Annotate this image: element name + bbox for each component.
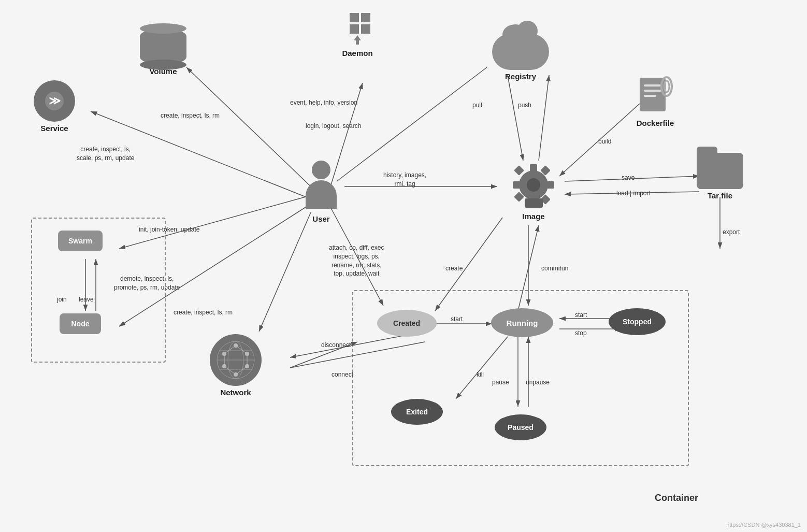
- build-label: build: [598, 137, 611, 146]
- user-node: User: [295, 161, 347, 223]
- create-label: create: [445, 264, 463, 273]
- svg-rect-34: [361, 24, 370, 34]
- svg-rect-31: [350, 13, 359, 22]
- volume-shape: [140, 28, 186, 65]
- running-node: Running: [491, 308, 553, 337]
- node-shape: Node: [60, 313, 101, 334]
- swarm-node: Swarm: [54, 231, 106, 251]
- svg-rect-50: [513, 181, 520, 189]
- exited-inner: Exited: [406, 408, 428, 416]
- svg-rect-49: [547, 181, 554, 189]
- svg-line-23: [290, 342, 357, 368]
- push-label: push: [518, 101, 531, 110]
- stopped-node: Stopped: [609, 308, 666, 335]
- commit-label: commit: [541, 264, 561, 273]
- service-commands-label: create, inspect, ls, scale, ps, rm, upda…: [77, 145, 134, 163]
- pull-label: pull: [472, 101, 482, 110]
- volume-commands-label: create, inspect, ls, rm: [161, 111, 220, 120]
- save-label: save: [622, 174, 635, 182]
- svg-rect-32: [361, 13, 370, 22]
- svg-line-4: [91, 111, 306, 197]
- running-shape: Running: [491, 308, 553, 337]
- paused-node: Paused: [495, 414, 546, 440]
- login-commands-label: login, logout, search: [306, 122, 361, 131]
- svg-line-10: [259, 212, 311, 332]
- svg-rect-42: [644, 95, 656, 97]
- svg-rect-40: [644, 84, 661, 87]
- stopped-shape: Stopped: [609, 308, 666, 335]
- running-inner: Running: [507, 319, 538, 327]
- exited-shape: Exited: [391, 399, 443, 425]
- svg-rect-41: [644, 90, 661, 92]
- svg-line-12: [539, 75, 549, 161]
- container-commands-label: attach, cp, diff, exec inspect, logs, ps…: [329, 243, 384, 278]
- disconnect-label: disconnect: [321, 341, 351, 350]
- created-node: Created: [376, 310, 438, 337]
- registry-shape: [492, 34, 549, 70]
- watermark: https://CSDN @xys430381_1: [726, 522, 801, 528]
- user-label: User: [312, 214, 329, 223]
- svg-rect-36: [356, 39, 359, 45]
- svg-line-14: [565, 176, 699, 181]
- network-node: Network: [205, 334, 267, 397]
- service-node: ≫ Service: [31, 80, 78, 133]
- image-node: Image: [505, 161, 562, 221]
- tarfile-shape: [697, 153, 743, 189]
- created-inner: Created: [393, 319, 420, 327]
- stopped-inner: Stopped: [623, 318, 652, 326]
- registry-node: Registry: [487, 34, 554, 81]
- network-label: Network: [220, 388, 251, 397]
- load-label: load | import: [616, 189, 651, 198]
- svg-rect-47: [530, 164, 537, 171]
- network-shape: [210, 334, 262, 386]
- service-shape: ≫: [34, 80, 75, 122]
- svg-point-46: [527, 178, 540, 192]
- tarfile-node: Tar file: [694, 153, 746, 200]
- node-inner-label: Node: [71, 320, 90, 328]
- svg-line-3: [186, 67, 311, 186]
- svg-point-44: [664, 81, 669, 92]
- svg-text:≫: ≫: [49, 94, 61, 107]
- svg-rect-54: [514, 165, 524, 176]
- daemon-commands-label: event, help, info, version: [290, 98, 357, 107]
- daemon-label: Daemon: [342, 49, 372, 57]
- user-shape: [300, 161, 342, 212]
- network-commands-label: create, inspect, ls, rm: [174, 308, 233, 317]
- dockerfile-node: Dockerfile: [622, 75, 689, 127]
- daemon-node: Daemon: [326, 10, 388, 57]
- swarm-inner-label: Swarm: [68, 237, 92, 245]
- docker-node-node: Node: [54, 313, 106, 334]
- svg-line-5: [337, 67, 487, 181]
- svg-rect-33: [350, 24, 359, 34]
- svg-line-11: [508, 75, 523, 161]
- volume-node: Volume: [137, 28, 189, 76]
- svg-line-15: [565, 192, 699, 194]
- image-label: Image: [522, 212, 544, 221]
- service-label: Service: [40, 124, 68, 133]
- exited-node: Exited: [391, 399, 443, 425]
- tarfile-label: Tar file: [708, 191, 732, 200]
- container-label: Container: [655, 493, 698, 504]
- created-shape: Created: [377, 310, 437, 337]
- dockerfile-label: Dockerfile: [637, 119, 674, 127]
- paused-inner: Paused: [508, 423, 534, 432]
- image-history-label: history, images, rmi, tag: [383, 171, 426, 189]
- diagram: Daemon Volume ≫ Service Registry: [0, 0, 807, 532]
- swarm-shape: Swarm: [58, 231, 103, 251]
- export-label: export: [723, 228, 740, 237]
- user-head: [312, 161, 330, 179]
- registry-label: Registry: [505, 72, 536, 81]
- connect-label: connect: [332, 370, 353, 379]
- paused-shape: Paused: [495, 414, 546, 440]
- user-body: [306, 180, 337, 209]
- run-label: run: [559, 264, 568, 273]
- svg-rect-55: [525, 198, 543, 208]
